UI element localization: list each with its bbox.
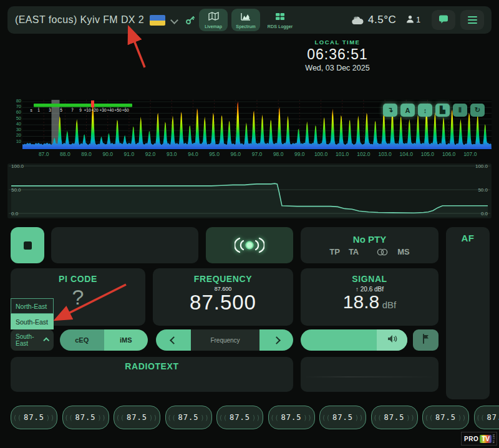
radio-wave-icon: (( — [116, 414, 125, 421]
preset-frequency: 87.5 — [230, 413, 250, 422]
volume-slider[interactable] — [301, 329, 407, 351]
rds-logger-label: RDS Logger — [268, 24, 293, 29]
pause-button[interactable]: Ⅱ — [453, 104, 467, 117]
preset-frequency: 87.5 — [24, 413, 44, 422]
preset-button[interactable]: ((87.5)) — [114, 406, 160, 429]
listeners-count: 1 — [416, 16, 420, 24]
frequency-down-button[interactable] — [156, 329, 191, 351]
preset-button[interactable]: ((87.5)) — [371, 406, 418, 429]
preset-button[interactable]: ((87.5)) — [319, 406, 366, 429]
preset-button[interactable]: ((87.5)) — [216, 406, 263, 429]
rds-logger-button[interactable]: RDS Logger — [264, 9, 296, 31]
preset-frequency: 87.5 — [435, 413, 456, 422]
station-info-panel — [51, 227, 198, 263]
graph-mode-button[interactable]: ▙ — [435, 104, 450, 117]
spectrum-x-tick: 100.0 — [311, 151, 332, 157]
map-icon — [208, 12, 219, 23]
spectrum-x-tick: 96.0 — [225, 151, 246, 157]
svg-text:1: 1 — [37, 108, 40, 112]
radio-wave-icon: (( — [13, 414, 22, 421]
frequency-panel: FREQUENCY 87.600 87.500 — [153, 268, 293, 326]
panel-divider — [304, 376, 435, 377]
stepper-mode-label[interactable]: Frequency — [191, 329, 259, 351]
weather-cloud-icon — [351, 16, 364, 25]
speaker-icon — [387, 334, 397, 346]
preset-frequency: 87.5 — [332, 413, 353, 422]
dropdown-option-north-east[interactable]: North-East — [11, 298, 54, 314]
chevron-down-icon[interactable] — [170, 16, 178, 24]
logo-tv-text: TV — [480, 435, 492, 443]
af-label: AF — [446, 233, 490, 243]
spectrum-x-tick: 105.0 — [417, 151, 438, 157]
preset-button[interactable]: ((87.5)) — [62, 406, 109, 429]
scroll-arrow-button[interactable]: ↴ — [383, 104, 397, 117]
preset-row: ((87.5))((87.5))((87.5))((87.5))((87.5))… — [11, 406, 490, 429]
preset-frequency: 87.5 — [384, 413, 405, 422]
svg-text:7: 7 — [71, 108, 74, 112]
svg-text:3: 3 — [49, 108, 51, 112]
preset-button[interactable]: ((87.5)) — [11, 406, 57, 429]
frequency-up-button[interactable] — [259, 329, 293, 351]
preset-button[interactable]: ((87.5)) — [422, 406, 469, 429]
chat-button[interactable] — [432, 10, 455, 30]
chevron-right-icon — [273, 336, 281, 344]
svg-text:+50: +50 — [114, 108, 121, 112]
server-title[interactable]: (EAST focus) Kyiv FM DX 2 — [15, 14, 144, 26]
spectrum-x-tick: 95.0 — [204, 151, 225, 157]
spectrum-x-tick: 93.0 — [161, 151, 182, 157]
volume-handle[interactable] — [377, 329, 407, 351]
auto-mode-button[interactable]: A — [400, 104, 415, 117]
spectrum-button[interactable]: Spectrum — [231, 9, 260, 31]
antenna-select[interactable]: South-East — [11, 329, 54, 351]
key-icon[interactable] — [185, 15, 195, 25]
spectrum-x-tick: 104.0 — [395, 151, 417, 157]
audio-stream-button[interactable] — [206, 227, 293, 263]
preset-button[interactable]: ((87.5)) — [474, 406, 499, 429]
ta-flag: TA — [349, 247, 359, 256]
preset-button[interactable]: ((87.5)) — [165, 406, 212, 429]
radio-wave-icon: )) — [97, 414, 106, 421]
area-chart-icon — [241, 12, 251, 23]
pi-code-label: PI CODE — [11, 274, 145, 284]
preset-frequency: 87.5 — [127, 413, 147, 422]
pty-panel: No PTY TP TA MS — [301, 227, 438, 263]
temperature-value[interactable]: 4.5°C — [368, 14, 396, 26]
radio-wave-icon: (( — [168, 414, 177, 421]
stop-icon — [24, 241, 32, 250]
radio-wave-icon: )) — [149, 414, 158, 421]
radio-wave-icon: (( — [477, 414, 485, 421]
preset-frequency: 87.5 — [75, 413, 96, 422]
spectrum-x-tick: 106.0 — [438, 151, 460, 157]
svg-text:+10: +10 — [84, 108, 90, 112]
dropdown-option-south-east[interactable]: South-East — [11, 314, 54, 329]
ims-toggle[interactable]: iMS — [104, 329, 148, 351]
local-date: Wed, 03 Dec 2025 — [278, 64, 397, 72]
logo-suffix-text: NET.UA — [492, 434, 495, 443]
ceq-toggle[interactable]: cEQ — [60, 329, 104, 351]
svg-text:9: 9 — [79, 108, 82, 112]
radio-wave-icon: (( — [219, 414, 228, 421]
refresh-button[interactable]: ↻ — [470, 104, 485, 117]
chevron-left-icon — [170, 336, 178, 344]
radiotext-label: RADIOTEXT — [11, 361, 293, 371]
spectrum-y-tick: 80 — [5, 98, 21, 104]
signal-value-row: 18.8 dBf — [301, 293, 438, 314]
listeners-indicator: 1 — [406, 14, 420, 26]
spectrum-x-tick: 90.0 — [97, 151, 119, 157]
spectrum-x-tick: 91.0 — [119, 151, 140, 157]
stop-button[interactable] — [11, 227, 44, 263]
logo-pro-text: PRO — [463, 436, 480, 442]
station-details-panel — [301, 357, 438, 392]
radio-wave-icon: )) — [46, 414, 55, 421]
preset-button[interactable]: ((87.5)) — [268, 406, 315, 429]
radio-wave-icon: )) — [355, 414, 364, 421]
livemap-button[interactable]: Livemap — [199, 9, 228, 31]
spectrum-x-tick: 102.0 — [353, 151, 374, 157]
vertical-scale-button[interactable]: ↕ — [418, 104, 432, 117]
radio-wave-icon: (( — [425, 414, 434, 421]
menu-button[interactable] — [460, 10, 484, 30]
svg-text:50.0: 50.0 — [478, 187, 488, 193]
flag-icon — [422, 334, 430, 346]
report-flag-button[interactable] — [413, 329, 438, 351]
local-time-block: LOCAL TIME 06:36:51 Wed, 03 Dec 2025 — [278, 39, 397, 72]
